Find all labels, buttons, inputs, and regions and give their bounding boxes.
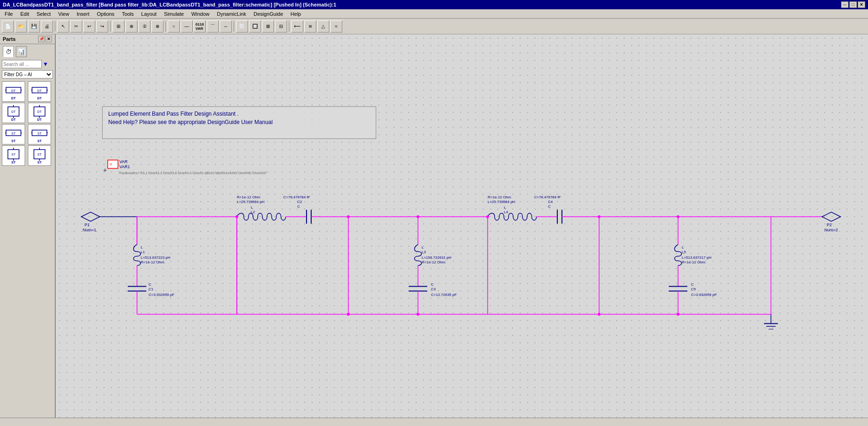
toolbar-sep5 — [289, 21, 289, 32]
tool7[interactable]: ⊠ — [262, 20, 274, 33]
part-item-dt1[interactable]: DT DT — [2, 81, 25, 102]
L1-val: L=513.637223 pH — [141, 256, 170, 260]
tool12[interactable]: ≈ — [330, 20, 342, 33]
parts-close-button[interactable]: ✕ — [46, 36, 52, 42]
title-bar-controls: ─ □ ✕ — [841, 1, 865, 8]
part-item-st2[interactable]: ST ST — [28, 124, 51, 144]
menu-tools[interactable]: Tools — [118, 10, 137, 18]
tool6[interactable]: 🔲 — [249, 20, 261, 33]
new-button[interactable]: 📄 — [2, 20, 14, 33]
C3-val: C=12.72635 pF — [431, 293, 457, 297]
menu-file[interactable]: File — [1, 10, 17, 18]
filter-select[interactable]: Filter DG – Al — [2, 70, 53, 79]
part-item-dt2[interactable]: DT DT — [28, 81, 51, 102]
parts-tab-chart[interactable]: 📊 — [16, 46, 27, 57]
place-button[interactable]: ⊕ — [125, 20, 137, 33]
node-button[interactable]: ② — [138, 20, 150, 33]
L5-symbol[interactable] — [675, 245, 682, 266]
menu-layout[interactable]: Layout — [137, 10, 160, 18]
menu-help[interactable]: Help — [287, 10, 305, 18]
tool8[interactable]: ⊟ — [275, 20, 287, 33]
menu-options[interactable]: Options — [93, 10, 118, 18]
tool5[interactable]: ⬜ — [236, 20, 248, 33]
tool9[interactable]: ⟵ — [291, 20, 303, 33]
L3-type: L — [422, 245, 424, 249]
menu-view[interactable]: View — [54, 10, 73, 18]
part-item-st3[interactable]: ST ST — [2, 145, 25, 166]
L2-symbol[interactable] — [237, 213, 286, 220]
L4-symbol[interactable] — [488, 213, 536, 220]
C3-type: C — [431, 282, 434, 287]
L5-val: L=513.637217 pH — [682, 256, 711, 260]
part-item-st4[interactable]: ST ST — [28, 145, 51, 166]
port-button[interactable]: ↔ — [220, 20, 232, 33]
undo-button[interactable]: ↩ — [83, 20, 95, 33]
port-p2[interactable] — [822, 212, 841, 222]
part-item-dt3[interactable]: DT DT — [2, 103, 25, 123]
name-button[interactable]: ⌒ — [207, 20, 219, 33]
part-icon-dt3: DT — [5, 105, 22, 118]
close-button[interactable]: ✕ — [858, 1, 865, 8]
part-label-dt4: DT — [37, 118, 41, 121]
C1-name: C1 — [149, 287, 154, 291]
wire-button[interactable]: ⊞ — [112, 20, 124, 33]
L2-r: R=1e-12 Ohm — [237, 195, 261, 199]
delete-button[interactable]: ✂ — [70, 20, 82, 33]
select-button[interactable]: ↖ — [57, 20, 69, 33]
part-label-dt2: DT — [37, 97, 41, 100]
redo-button[interactable]: ↪ — [96, 20, 108, 33]
L2-val: L=25.739584 pH — [237, 200, 265, 204]
menu-designguide[interactable]: DesignGuide — [250, 10, 287, 18]
save-button[interactable]: 💾 — [28, 20, 40, 33]
var-label: VAR — [119, 159, 128, 164]
svg-text:DT: DT — [37, 89, 42, 92]
circle-button[interactable]: ○ — [168, 20, 180, 33]
menu-insert[interactable]: Insert — [73, 10, 93, 18]
part-icon-st2: ST — [31, 126, 48, 139]
parts-panel: Parts 📌 ✕ ⏱ 📊 ▼ Filter DG – Al — [0, 34, 56, 418]
menu-dynamiclink[interactable]: DynamicLink — [213, 10, 250, 18]
part-icon-st3: ST — [5, 148, 22, 161]
junction-button[interactable]: ⊗ — [151, 20, 163, 33]
L2-type: L — [251, 205, 253, 210]
parts-pin-button[interactable]: 📌 — [38, 36, 45, 42]
var-params: Parameters="#3.1 GHz#3.3 GHz#3.8 GHz#4.0… — [119, 171, 267, 175]
C4-val: C=78.476784 fF — [534, 195, 561, 199]
tool11[interactable]: △ — [317, 20, 329, 33]
open-button[interactable]: 📂 — [15, 20, 27, 33]
part-icon-dt1: DT — [5, 84, 22, 97]
L4-r: R=1e-12 Ohm — [488, 195, 511, 199]
svg-text:ST: ST — [12, 153, 16, 156]
menu-edit[interactable]: Edit — [17, 10, 33, 18]
parts-tab-recent[interactable]: ⏱ — [3, 46, 14, 57]
menu-window[interactable]: Window — [188, 10, 213, 18]
maximize-button[interactable]: □ — [849, 1, 857, 8]
line-button[interactable]: — — [181, 20, 193, 33]
menu-select[interactable]: Select — [33, 10, 55, 18]
var-button[interactable]: 0110VAR — [194, 20, 206, 33]
C5-val: C=3.932659 pF — [691, 293, 717, 297]
part-icon-st1: ST — [5, 126, 22, 139]
part-icon-st4: ST — [31, 148, 48, 161]
L3-r: R=1e-12 Ohm. — [422, 260, 446, 264]
search-box: ▼ — [2, 60, 53, 68]
p2-num: Num=2 — [824, 228, 838, 232]
L3-symbol[interactable] — [415, 245, 422, 266]
schematic-canvas[interactable]: Lumped Element Band Pass Filter Design A… — [56, 34, 868, 418]
port-p1[interactable] — [81, 212, 100, 222]
print-button[interactable]: 🖨 — [41, 20, 53, 33]
schematic-diagram[interactable]: V VAR VAR1 Parameters="#3.1 GHz#3.3 GHz#… — [56, 34, 868, 418]
menu-simulate[interactable]: Simulate — [160, 10, 188, 18]
p2-label: P2 — [827, 223, 832, 227]
L1-symbol[interactable] — [134, 245, 141, 266]
filter-icon[interactable]: ▼ — [43, 61, 48, 67]
L1-type: L — [141, 245, 143, 249]
C1-val: C=3.932659 pF — [149, 293, 174, 297]
part-item-st1[interactable]: ST ST — [2, 124, 25, 144]
part-item-dt4[interactable]: DT DT — [28, 103, 51, 123]
L5-name: L5 — [682, 250, 686, 254]
minimize-button[interactable]: ─ — [841, 1, 848, 8]
var-name: VAR1 — [119, 164, 130, 169]
tool10[interactable]: ≋ — [304, 20, 316, 33]
search-input[interactable] — [2, 60, 42, 68]
